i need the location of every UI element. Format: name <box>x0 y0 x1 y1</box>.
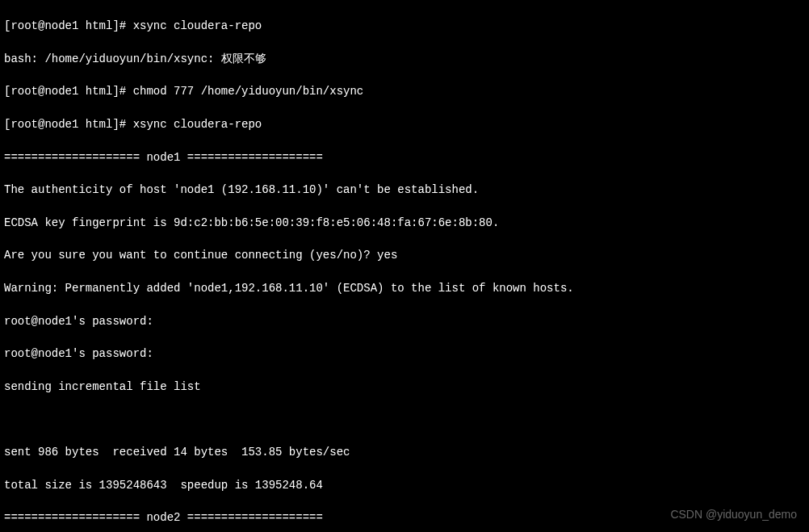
watermark-text: CSDN @yiduoyun_demo <box>670 506 797 522</box>
output-line: Warning: Permanently added 'node1,192.16… <box>4 280 805 296</box>
separator-line: ==================== node1 =============… <box>4 149 805 165</box>
prompt-line: [root@node1 html]# xsync cloudera-repo <box>4 18 805 34</box>
output-line: root@node1's password: <box>4 313 805 329</box>
output-line: Are you sure you want to continue connec… <box>4 247 805 263</box>
prompt-line: [root@node1 html]# chmod 777 /home/yiduo… <box>4 83 805 99</box>
output-line: The authenticity of host 'node1 (192.168… <box>4 182 805 198</box>
output-line: total size is 1395248643 speedup is 1395… <box>4 477 805 493</box>
output-line: sending incremental file list <box>4 379 805 395</box>
output-line: root@node1's password: <box>4 346 805 362</box>
prompt-line: [root@node1 html]# xsync cloudera-repo <box>4 116 805 132</box>
output-line: ECDSA key fingerprint is 9d:c2:bb:b6:5e:… <box>4 215 805 231</box>
output-line: bash: /home/yiduoyun/bin/xsync: 权限不够 <box>4 51 805 67</box>
terminal-output[interactable]: [root@node1 html]# xsync cloudera-repo b… <box>4 2 805 532</box>
blank-line <box>4 411 805 427</box>
output-line: sent 986 bytes received 14 bytes 153.85 … <box>4 444 805 460</box>
